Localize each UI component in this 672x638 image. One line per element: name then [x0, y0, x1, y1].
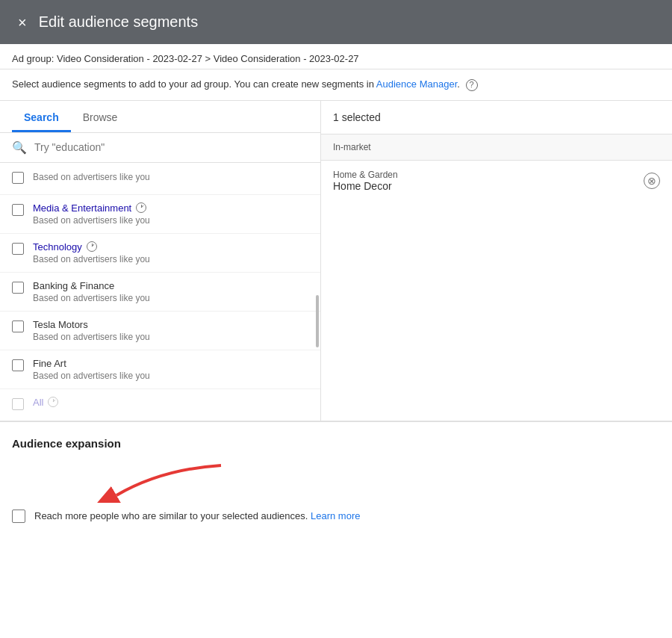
selected-item-category: Home & Garden	[333, 170, 638, 180]
description-after: .	[457, 78, 460, 90]
help-icon[interactable]: ?	[466, 79, 478, 91]
segment-checkbox[interactable]	[12, 320, 24, 335]
segment-info: Tesla Motors Based on advertisers like y…	[33, 319, 308, 342]
segment-name: Fine Art	[33, 358, 308, 369]
description-before: Select audience segments to add to your …	[12, 78, 376, 90]
segment-checkbox[interactable]	[12, 204, 24, 219]
segment-info: Banking & Finance Based on advertisers l…	[33, 280, 308, 303]
arrow-annotation	[12, 462, 660, 507]
main-panel: Search Browse 🔍 Based on advertisers lik…	[0, 101, 672, 421]
tab-search[interactable]: Search	[12, 101, 71, 132]
audience-manager-link[interactable]: Audience Manager	[376, 78, 457, 90]
segment-name: Tesla Motors	[33, 319, 308, 330]
list-item: Fine Art Based on advertisers like you	[0, 350, 320, 389]
segment-name: Technology	[33, 241, 308, 253]
dialog-header: × Edit audience segments	[0, 0, 672, 44]
remove-button[interactable]: ⊗	[644, 173, 660, 189]
arrow-svg	[87, 462, 236, 503]
ad-group-breadcrumb: Ad group: Video Consideration - 2023-02-…	[0, 44, 672, 69]
left-panel: Search Browse 🔍 Based on advertisers lik…	[0, 101, 321, 421]
clock-icon	[48, 397, 58, 407]
segment-checkbox[interactable]	[12, 282, 24, 297]
expansion-checkbox[interactable]	[12, 510, 25, 523]
segment-info: Fine Art Based on advertisers like you	[33, 358, 308, 381]
clock-icon	[87, 241, 97, 252]
close-button[interactable]: ×	[18, 15, 27, 30]
in-market-label: In-market	[321, 134, 672, 161]
scrollbar[interactable]	[316, 295, 319, 347]
dialog-title: Edit audience segments	[39, 13, 198, 31]
description-text: Select audience segments to add to your …	[0, 69, 672, 101]
segment-subtitle: Based on advertisers like you	[33, 371, 308, 381]
segment-name: All	[33, 397, 308, 408]
list-item: Technology Based on advertisers like you	[0, 234, 320, 273]
list-item: Tesla Motors Based on advertisers like y…	[0, 312, 320, 350]
segment-name: Banking & Finance	[33, 280, 308, 291]
segment-checkbox[interactable]	[12, 243, 24, 258]
selected-item-info: Home & Garden Home Decor	[333, 170, 638, 192]
selected-count: 1 selected	[321, 101, 672, 134]
segment-subtitle: Based on advertisers like you	[33, 215, 308, 226]
segment-subtitle: Based on advertisers like you	[33, 332, 308, 342]
segment-list: Based on advertisers like you Media & En…	[0, 163, 320, 421]
audience-expansion-title: Audience expansion	[12, 437, 660, 450]
list-item: Based on advertisers like you	[0, 163, 320, 195]
clock-icon	[136, 202, 146, 213]
tab-browse[interactable]: Browse	[71, 101, 130, 132]
list-item: Banking & Finance Based on advertisers l…	[0, 273, 320, 312]
search-input[interactable]	[34, 141, 308, 153]
segment-checkbox[interactable]	[12, 172, 24, 187]
segment-subtitle: Based on advertisers like you	[33, 293, 308, 303]
segment-info: Technology Based on advertisers like you	[33, 241, 308, 264]
selected-item-name: Home Decor	[333, 180, 638, 192]
segment-info: Based on advertisers like you	[33, 170, 308, 182]
tabs: Search Browse	[0, 101, 320, 133]
expansion-description: Reach more people who are similar to you…	[34, 510, 360, 521]
list-item: Media & Entertainment Based on advertise…	[0, 195, 320, 234]
segment-checkbox[interactable]	[12, 398, 24, 413]
audience-expansion-section: Audience expansion Reach more people who…	[0, 421, 672, 535]
segment-info: Media & Entertainment Based on advertise…	[33, 202, 308, 226]
search-icon: 🔍	[12, 140, 27, 155]
learn-more-link[interactable]: Learn more	[311, 510, 360, 521]
list-item: All	[0, 389, 320, 421]
right-panel: 1 selected In-market Home & Garden Home …	[321, 101, 672, 421]
segment-info: All	[33, 397, 308, 408]
segment-subtitle: Based on advertisers like you	[33, 254, 308, 264]
segment-checkbox[interactable]	[12, 359, 24, 374]
segment-subtitle: Based on advertisers like you	[33, 172, 308, 182]
selected-item: Home & Garden Home Decor ⊗	[321, 161, 672, 201]
segment-name: Media & Entertainment	[33, 202, 308, 214]
expansion-row: Reach more people who are similar to you…	[12, 510, 660, 523]
search-box: 🔍	[0, 133, 320, 163]
